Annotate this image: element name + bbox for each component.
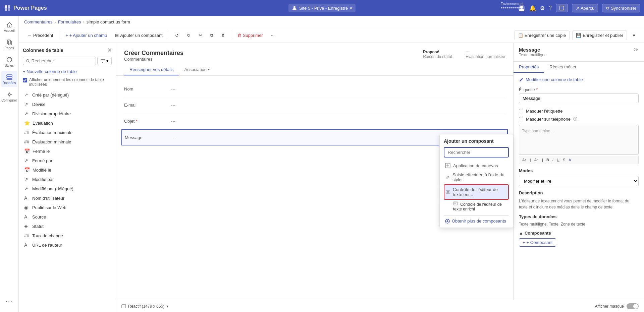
list-item[interactable]: ↗ Modifié par (délégué) bbox=[23, 184, 112, 193]
lookup-icon: ↗ bbox=[24, 177, 30, 182]
tool-bold[interactable]: B bbox=[545, 158, 550, 163]
tab-regles-metier[interactable]: Règles métier bbox=[544, 62, 582, 73]
add-composant-button[interactable]: + + Composant bbox=[519, 238, 556, 247]
composant-sub-option[interactable]: Contrôle de l'éditeur de texte enrichi bbox=[444, 200, 509, 213]
list-item[interactable]: A URL de l'auteur bbox=[23, 240, 112, 250]
composant-option-canvas[interactable]: Application de canevas bbox=[444, 161, 509, 170]
list-item[interactable]: ## Évaluation maximale bbox=[23, 128, 112, 137]
expand-button[interactable]: ⊻ bbox=[218, 31, 228, 40]
tab-renseigner[interactable]: Renseigner vos détails bbox=[124, 64, 179, 75]
list-item[interactable]: ↗ Fermé par bbox=[23, 156, 112, 165]
save-copy-button[interactable]: 📋 Enregistrer une copie bbox=[514, 30, 570, 40]
etiquette-group: Étiquette * bbox=[519, 87, 639, 103]
add-component-button[interactable]: ⊞ Ajouter un composant bbox=[112, 31, 166, 40]
more-actions-button[interactable]: ··· bbox=[268, 31, 278, 40]
list-item[interactable]: A Nom d'utilisateur bbox=[23, 193, 112, 203]
tool-font-size2[interactable]: A⁻ bbox=[533, 158, 540, 163]
help-button[interactable]: ? bbox=[549, 5, 552, 11]
back-button[interactable]: ← Précédent bbox=[24, 31, 56, 40]
tab-association[interactable]: Association ▾ bbox=[179, 64, 215, 75]
svg-rect-11 bbox=[7, 75, 12, 76]
svg-rect-13 bbox=[7, 79, 12, 79]
masquer-etiquette-checkbox[interactable] bbox=[519, 109, 523, 113]
tool-strikethrough[interactable]: S bbox=[562, 158, 566, 163]
bell-button[interactable]: 🔔 bbox=[529, 5, 536, 11]
col-label: Modifié le bbox=[33, 168, 51, 173]
tool-underline[interactable]: U bbox=[556, 158, 560, 163]
composant-option-pen[interactable]: Saisie effectuée à l'aide du stylet bbox=[444, 170, 509, 184]
masquer-telephone-checkbox[interactable] bbox=[519, 117, 523, 121]
list-item[interactable]: 📅 Fermé le bbox=[23, 146, 112, 156]
add-field-icon: + bbox=[65, 33, 68, 38]
cut-icon: ✂ bbox=[199, 33, 202, 38]
copy-button[interactable]: ⧉ bbox=[207, 31, 217, 40]
redo-button[interactable]: ↻ bbox=[183, 31, 194, 40]
close-columns-panel-button[interactable]: ✕ bbox=[107, 47, 112, 53]
tool-sep2: | bbox=[541, 158, 544, 163]
composant-add-panel: Ajouter un composant Application de cane… bbox=[439, 134, 513, 228]
sidebar-item-home[interactable]: Accueil bbox=[1, 19, 17, 35]
save-publish-icon: 💾 bbox=[576, 33, 581, 38]
sidebar-item-styles[interactable]: Styles bbox=[1, 54, 17, 70]
delete-button[interactable]: 🗑 Supprimer bbox=[234, 31, 266, 40]
site-badge[interactable]: Site 5 - Privé - Enregistré ▾ bbox=[288, 4, 356, 12]
list-item[interactable]: ↗ Modifié par bbox=[23, 175, 112, 184]
show-unused-checkbox[interactable] bbox=[23, 78, 27, 82]
apercu-button[interactable]: ↗ Aperçu bbox=[572, 4, 598, 12]
save-dropdown-button[interactable]: ▾ bbox=[630, 31, 639, 40]
tool-italic[interactable]: I bbox=[551, 158, 554, 163]
breadcrumb-commentaires[interactable]: Commentaires bbox=[24, 19, 53, 24]
undo-button[interactable]: ↺ bbox=[172, 31, 182, 40]
list-item[interactable]: ↗ Division propriétaire bbox=[23, 109, 112, 118]
composant-option-rich-text[interactable]: Contrôle de l'éditeur de texte enr... bbox=[444, 184, 509, 200]
tool-color[interactable]: A bbox=[568, 158, 572, 163]
modes-select[interactable]: Modifier et lire bbox=[519, 176, 639, 186]
list-item[interactable]: A Source bbox=[23, 212, 112, 222]
list-item[interactable]: ⭐ Évaluation bbox=[23, 118, 112, 128]
rich-text-icon bbox=[446, 189, 450, 195]
add-field-button[interactable]: + + Ajouter un champ bbox=[62, 31, 110, 40]
tablet-button[interactable] bbox=[556, 4, 568, 12]
sidebar-item-more[interactable]: ··· bbox=[1, 293, 17, 309]
more-actions-icon: ··· bbox=[271, 33, 275, 38]
expand-props-button[interactable]: ≫ bbox=[634, 47, 639, 52]
info-icon[interactable]: ⓘ bbox=[573, 116, 577, 122]
viewport-chevron-icon: ▾ bbox=[166, 304, 168, 309]
tool-font-size[interactable]: A↕ bbox=[521, 158, 528, 163]
modes-label: Modes bbox=[519, 168, 639, 173]
list-item[interactable]: ◉ Publié sur le Web bbox=[23, 203, 112, 212]
field-value-objet: --- bbox=[171, 119, 175, 124]
gear-button[interactable]: ⚙ bbox=[540, 5, 545, 11]
cut-button[interactable]: ✂ bbox=[195, 31, 206, 40]
list-item[interactable]: ## Taux de change bbox=[23, 231, 112, 240]
obtenir-composants-link[interactable]: Obtenir plus de composants bbox=[444, 215, 509, 224]
filter-button[interactable]: ▾ bbox=[97, 57, 112, 65]
masquer-etiquette-row: Masquer l'étiquette bbox=[519, 109, 639, 114]
modify-column-link[interactable]: Modifier une colonne de table bbox=[519, 77, 639, 82]
toggle-track[interactable] bbox=[627, 303, 639, 309]
data-types-value: Texte multiligne, Texte, Zone de texte bbox=[519, 222, 639, 227]
save-publish-button[interactable]: 💾 Enregistrer et publier bbox=[572, 30, 627, 40]
sidebar-item-config[interactable]: Configurer bbox=[1, 88, 17, 105]
search-input[interactable] bbox=[32, 58, 93, 63]
etiquette-input[interactable] bbox=[519, 93, 639, 103]
composant-search-input[interactable] bbox=[444, 147, 509, 158]
list-item[interactable]: 📅 Modifié le bbox=[23, 165, 112, 175]
new-column-button[interactable]: + Nouvelle colonne de table bbox=[23, 68, 112, 75]
synchro-button[interactable]: ↻ Synchroniser bbox=[602, 4, 640, 12]
sidebar-item-pages[interactable]: Pages bbox=[1, 36, 17, 52]
sidebar-item-data[interactable]: Données bbox=[1, 71, 17, 87]
breadcrumb-formulaires[interactable]: Formulaires bbox=[58, 19, 81, 24]
app-name: Power Pages bbox=[13, 5, 47, 11]
data-types-group: Types de données Texte multiligne, Texte… bbox=[519, 214, 639, 227]
list-item[interactable]: ↗ Créé par (délégué) bbox=[23, 90, 112, 100]
list-item[interactable]: ◈ Statut bbox=[23, 222, 112, 231]
svg-rect-20 bbox=[122, 305, 126, 308]
composant-option-pen-label: Saisie effectuée à l'aide du stylet bbox=[452, 172, 507, 182]
tab-proprietes[interactable]: Propriétés bbox=[514, 62, 544, 73]
breadcrumb: Commentaires › Formulaires › simple cont… bbox=[19, 16, 644, 28]
modes-group: Modes Modifier et lire bbox=[519, 168, 639, 186]
list-item[interactable]: ↗ Devise bbox=[23, 100, 112, 109]
masque-toggle[interactable] bbox=[627, 303, 639, 309]
list-item[interactable]: ## Évaluation minimale bbox=[23, 137, 112, 146]
